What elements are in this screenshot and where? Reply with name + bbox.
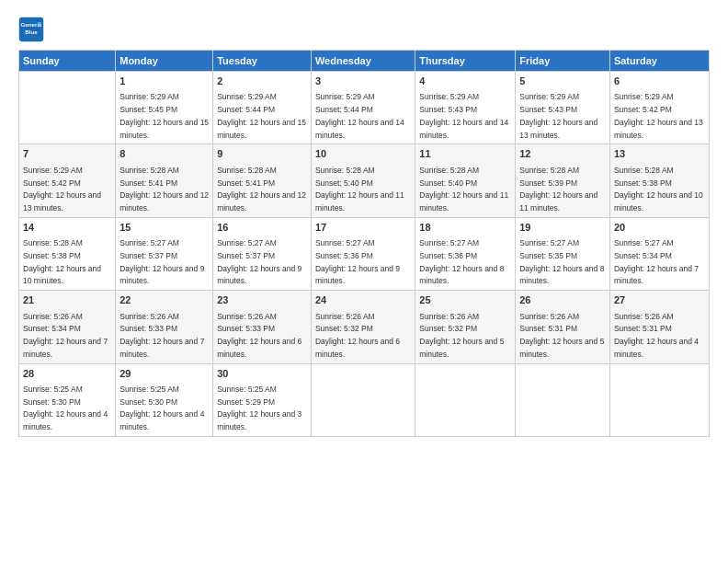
cell-info: Sunrise: 5:28 AMSunset: 5:40 PMDaylight:… (419, 166, 508, 213)
day-number: 14 (23, 221, 111, 235)
day-number: 6 (614, 75, 705, 88)
day-number: 26 (519, 293, 606, 307)
cell-info: Sunrise: 5:29 AMSunset: 5:44 PMDaylight:… (315, 92, 404, 139)
cell-0-3: 3Sunrise: 5:29 AMSunset: 5:44 PMDaylight… (311, 72, 415, 144)
day-number: 29 (119, 367, 209, 381)
cell-info: Sunrise: 5:26 AMSunset: 5:31 PMDaylight:… (614, 312, 699, 359)
col-header-sunday: Sunday (19, 51, 116, 72)
cell-info: Sunrise: 5:28 AMSunset: 5:41 PMDaylight:… (217, 166, 306, 213)
cell-2-0: 14Sunrise: 5:28 AMSunset: 5:38 PMDayligh… (19, 217, 116, 290)
day-number: 19 (519, 221, 606, 235)
cell-3-2: 23Sunrise: 5:26 AMSunset: 5:33 PMDayligh… (213, 291, 312, 363)
day-number: 30 (217, 367, 307, 381)
cell-info: Sunrise: 5:26 AMSunset: 5:33 PMDaylight:… (119, 312, 204, 359)
cell-info: Sunrise: 5:25 AMSunset: 5:30 PMDaylight:… (119, 385, 204, 431)
cell-info: Sunrise: 5:28 AMSunset: 5:40 PMDaylight:… (315, 166, 404, 213)
day-number: 13 (614, 147, 705, 161)
col-header-thursday: Thursday (415, 51, 516, 72)
cell-info: Sunrise: 5:27 AMSunset: 5:37 PMDaylight:… (119, 238, 204, 285)
col-header-saturday: Saturday (609, 51, 709, 72)
calendar-table: SundayMondayTuesdayWednesdayThursdayFrid… (18, 50, 710, 437)
cell-0-5: 5Sunrise: 5:29 AMSunset: 5:43 PMDaylight… (516, 72, 610, 144)
cell-4-2: 30Sunrise: 5:25 AMSunset: 5:29 PMDayligh… (213, 363, 312, 436)
day-number: 7 (23, 147, 111, 161)
cell-4-3 (311, 363, 415, 436)
day-number: 16 (217, 221, 307, 235)
day-number: 22 (119, 293, 209, 307)
cell-4-0: 28Sunrise: 5:25 AMSunset: 5:30 PMDayligh… (19, 363, 116, 436)
cell-1-4: 11Sunrise: 5:28 AMSunset: 5:40 PMDayligh… (415, 144, 516, 217)
cell-1-6: 13Sunrise: 5:28 AMSunset: 5:38 PMDayligh… (609, 144, 709, 217)
cell-info: Sunrise: 5:26 AMSunset: 5:31 PMDaylight:… (519, 312, 604, 359)
cell-info: Sunrise: 5:29 AMSunset: 5:42 PMDaylight:… (614, 92, 703, 139)
week-row-4: 28Sunrise: 5:25 AMSunset: 5:30 PMDayligh… (19, 363, 710, 436)
cell-info: Sunrise: 5:26 AMSunset: 5:32 PMDaylight:… (419, 312, 504, 359)
svg-text:General: General (20, 21, 41, 28)
cell-0-4: 4Sunrise: 5:29 AMSunset: 5:43 PMDaylight… (415, 72, 516, 144)
cell-3-0: 21Sunrise: 5:26 AMSunset: 5:34 PMDayligh… (19, 291, 116, 363)
day-number: 4 (419, 75, 511, 88)
day-number: 21 (23, 293, 111, 307)
cell-info: Sunrise: 5:27 AMSunset: 5:36 PMDaylight:… (419, 238, 504, 285)
logo: General Blue (18, 17, 48, 42)
cell-2-1: 15Sunrise: 5:27 AMSunset: 5:37 PMDayligh… (116, 217, 213, 290)
cell-2-6: 20Sunrise: 5:27 AMSunset: 5:34 PMDayligh… (609, 217, 709, 290)
page: General Blue SundayMondayTuesdayWednesda… (0, 0, 728, 563)
cell-2-3: 17Sunrise: 5:27 AMSunset: 5:36 PMDayligh… (311, 217, 415, 290)
day-number: 24 (315, 293, 411, 307)
cell-info: Sunrise: 5:29 AMSunset: 5:42 PMDaylight:… (23, 166, 101, 213)
cell-info: Sunrise: 5:29 AMSunset: 5:44 PMDaylight:… (217, 92, 306, 139)
cell-info: Sunrise: 5:26 AMSunset: 5:32 PMDaylight:… (315, 312, 400, 359)
cell-1-2: 9Sunrise: 5:28 AMSunset: 5:41 PMDaylight… (213, 144, 312, 217)
cell-4-5 (516, 363, 610, 436)
cell-info: Sunrise: 5:26 AMSunset: 5:34 PMDaylight:… (23, 312, 108, 359)
cell-info: Sunrise: 5:27 AMSunset: 5:34 PMDaylight:… (614, 238, 699, 285)
day-number: 3 (315, 75, 411, 88)
day-number: 12 (519, 147, 606, 161)
cell-3-6: 27Sunrise: 5:26 AMSunset: 5:31 PMDayligh… (609, 291, 709, 363)
col-header-wednesday: Wednesday (311, 51, 415, 72)
cell-3-1: 22Sunrise: 5:26 AMSunset: 5:33 PMDayligh… (116, 291, 213, 363)
day-number: 15 (119, 221, 209, 235)
cell-info: Sunrise: 5:25 AMSunset: 5:29 PMDaylight:… (217, 385, 301, 431)
day-number: 11 (419, 147, 511, 161)
week-row-1: 7Sunrise: 5:29 AMSunset: 5:42 PMDaylight… (19, 144, 710, 217)
logo-icon: General Blue (18, 17, 44, 42)
cell-1-3: 10Sunrise: 5:28 AMSunset: 5:40 PMDayligh… (311, 144, 415, 217)
cell-2-2: 16Sunrise: 5:27 AMSunset: 5:37 PMDayligh… (213, 217, 312, 290)
cell-info: Sunrise: 5:29 AMSunset: 5:43 PMDaylight:… (419, 92, 508, 139)
day-number: 23 (217, 293, 307, 307)
cell-1-0: 7Sunrise: 5:29 AMSunset: 5:42 PMDaylight… (19, 144, 116, 217)
week-row-3: 21Sunrise: 5:26 AMSunset: 5:34 PMDayligh… (19, 291, 710, 363)
day-number: 5 (519, 75, 606, 88)
cell-info: Sunrise: 5:29 AMSunset: 5:45 PMDaylight:… (119, 92, 209, 139)
cell-1-1: 8Sunrise: 5:28 AMSunset: 5:41 PMDaylight… (116, 144, 213, 217)
cell-3-5: 26Sunrise: 5:26 AMSunset: 5:31 PMDayligh… (516, 291, 610, 363)
day-number: 20 (614, 221, 705, 235)
day-number: 8 (119, 147, 209, 161)
week-row-0: 1Sunrise: 5:29 AMSunset: 5:45 PMDaylight… (19, 72, 710, 144)
cell-info: Sunrise: 5:28 AMSunset: 5:38 PMDaylight:… (614, 166, 703, 213)
cell-4-6 (609, 363, 709, 436)
day-number: 2 (217, 75, 307, 88)
cell-info: Sunrise: 5:27 AMSunset: 5:36 PMDaylight:… (315, 238, 400, 285)
cell-0-0 (19, 72, 116, 144)
cell-info: Sunrise: 5:28 AMSunset: 5:41 PMDaylight:… (119, 166, 209, 213)
day-number: 9 (217, 147, 307, 161)
cell-1-5: 12Sunrise: 5:28 AMSunset: 5:39 PMDayligh… (516, 144, 610, 217)
cell-info: Sunrise: 5:25 AMSunset: 5:30 PMDaylight:… (23, 385, 108, 431)
cell-0-1: 1Sunrise: 5:29 AMSunset: 5:45 PMDaylight… (116, 72, 213, 144)
day-number: 25 (419, 293, 511, 307)
cell-info: Sunrise: 5:27 AMSunset: 5:35 PMDaylight:… (519, 238, 604, 285)
cell-4-4 (415, 363, 516, 436)
cell-3-3: 24Sunrise: 5:26 AMSunset: 5:32 PMDayligh… (311, 291, 415, 363)
day-number: 1 (119, 75, 209, 88)
day-number: 27 (614, 293, 705, 307)
cell-2-4: 18Sunrise: 5:27 AMSunset: 5:36 PMDayligh… (415, 217, 516, 290)
header: General Blue (18, 17, 710, 42)
cell-info: Sunrise: 5:28 AMSunset: 5:38 PMDaylight:… (23, 238, 101, 285)
cell-0-2: 2Sunrise: 5:29 AMSunset: 5:44 PMDaylight… (213, 72, 312, 144)
svg-text:Blue: Blue (25, 29, 38, 35)
col-header-tuesday: Tuesday (213, 51, 312, 72)
day-number: 17 (315, 221, 411, 235)
